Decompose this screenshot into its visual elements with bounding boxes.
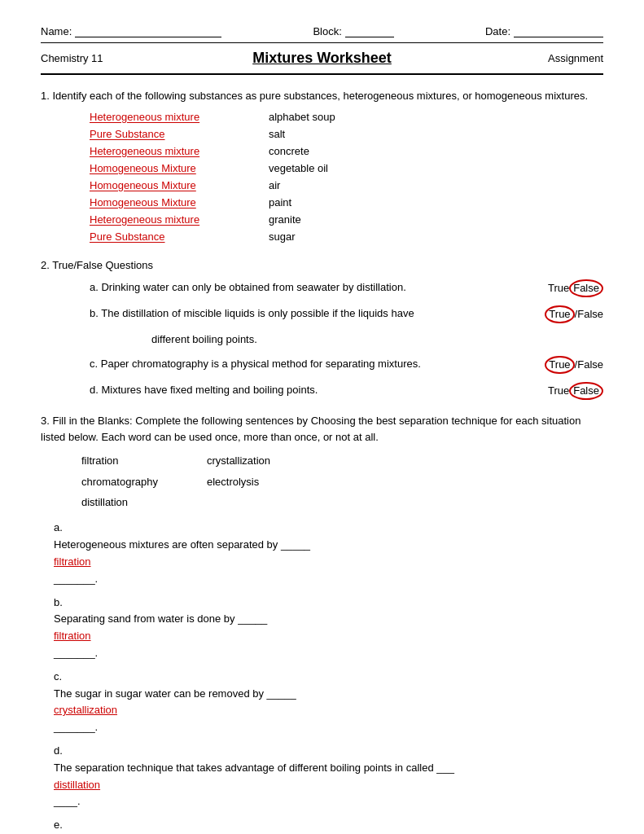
circled-false-d: False: [569, 382, 603, 400]
answer-row-6: Heterogeneous mixture granite: [90, 213, 603, 226]
date-label: Date:: [485, 25, 510, 37]
circled-false-a: False: [569, 279, 603, 297]
date-underline: [514, 24, 603, 37]
tf-question-b: b. The distillation of miscible liquids …: [90, 305, 522, 322]
tf-question-d: d. Mixtures have fixed melting and boili…: [90, 382, 522, 398]
name-underline: [75, 24, 221, 37]
section1-answers: Heterogeneous mixture alphabet soup Pure…: [90, 111, 603, 244]
section2-title: 2. True/False Questions: [41, 257, 603, 274]
tf-row-c: c. Paper chromatography is a physical me…: [90, 356, 603, 374]
fill-before-c: The sugar in sugar water can be removed …: [54, 686, 603, 703]
answer-row-7: Pure Substance sugar: [90, 230, 603, 243]
tf-row-a: a. Drinking water can only be obtained f…: [90, 279, 603, 297]
fill-letter-a: a.: [54, 520, 603, 537]
section-1: 1. Identify each of the following substa…: [41, 88, 603, 244]
fill-letter-b: b.: [54, 595, 603, 612]
fill-after-d: ____.: [54, 793, 603, 810]
word-col-1: filtration chromatography distillation: [81, 451, 158, 511]
substance-7: sugar: [269, 230, 296, 243]
section-3: 3. Fill in the Blanks: Complete the foll…: [41, 413, 603, 834]
answer-row-3: Homogeneous Mixture vegetable oil: [90, 162, 603, 174]
fill-after-b: _______.: [54, 645, 603, 662]
fill-answer-c: crystallization: [54, 702, 603, 719]
fill-answer-a: filtration: [54, 554, 603, 571]
tf-answer-a: TrueFalse: [522, 279, 603, 297]
word-chromatography: chromatography: [81, 472, 158, 491]
answer-3: Homogeneous Mixture: [90, 162, 252, 174]
answer-7: Pure Substance: [90, 230, 252, 243]
name-label: Name:: [41, 25, 72, 37]
block-underline: [345, 24, 394, 37]
fill-blank-b: b. Separating sand from water is done by…: [54, 595, 603, 662]
fill-blank-e: e. Removing chlorophyll pigment from lea…: [54, 817, 603, 834]
substance-5: paint: [269, 196, 291, 208]
tf-question-c: c. Paper chromatography is a physical me…: [90, 356, 522, 372]
name-field-group: Name:: [41, 24, 221, 37]
tf-row-c-inner: c. Paper chromatography is a physical me…: [90, 356, 603, 374]
fill-blank-a: a. Heterogeneous mixtures are often sepa…: [54, 520, 603, 587]
substance-4: air: [269, 179, 280, 191]
fill-answer-b: filtration: [54, 628, 603, 645]
fill-blank-c: c. The sugar in sugar water can be remov…: [54, 669, 603, 736]
section-2: 2. True/False Questions a. Drinking wate…: [41, 257, 603, 401]
fill-before-a: Heterogeneous mixtures are often separat…: [54, 537, 603, 554]
tf-row-b: b. The distillation of miscible liquids …: [90, 305, 603, 348]
header-divider-bottom: [41, 73, 603, 75]
tf-row-d-inner: d. Mixtures have fixed melting and boili…: [90, 382, 603, 400]
tf-question-a: a. Drinking water can only be obtained f…: [90, 279, 522, 296]
header-divider-top: [41, 42, 603, 43]
fill-blank-d: d. The separation technique that takes a…: [54, 743, 603, 810]
chem-class-label: Chemistry 11: [41, 52, 114, 64]
fill-after-c: _______.: [54, 719, 603, 736]
tf-answer-c: True/False: [522, 356, 603, 374]
fill-after-a: _______.: [54, 571, 603, 588]
substance-2: concrete: [269, 145, 309, 157]
answer-5: Homogeneous Mixture: [90, 196, 252, 208]
circled-true-b: True: [545, 305, 574, 323]
answer-row-2: Heterogeneous mixture concrete: [90, 145, 603, 157]
title-row: Chemistry 11 Mixtures Worksheet Assignme…: [41, 46, 603, 70]
answer-4: Homogeneous Mixture: [90, 179, 252, 191]
tf-row-d: d. Mixtures have fixed melting and boili…: [90, 382, 603, 400]
section3-instruction: 3. Fill in the Blanks: Complete the foll…: [41, 413, 603, 445]
answer-row-4: Homogeneous Mixture air: [90, 179, 603, 191]
worksheet-title: Mixtures Worksheet: [114, 50, 530, 67]
fill-before-d: The separation technique that takes adva…: [54, 760, 603, 777]
answer-2: Heterogeneous mixture: [90, 145, 252, 157]
word-filtration: filtration: [81, 451, 158, 470]
fill-before-b: Separating sand from water is done by __…: [54, 611, 603, 628]
answer-row-5: Homogeneous Mixture paint: [90, 196, 603, 208]
word-crystallization: crystallization: [207, 451, 270, 470]
tf-answer-d: TrueFalse: [522, 382, 603, 400]
fill-answer-d: distillation: [54, 777, 603, 794]
block-label: Block:: [313, 25, 341, 37]
fill-letter-d: d.: [54, 743, 603, 760]
tf-row-a-inner: a. Drinking water can only be obtained f…: [90, 279, 603, 297]
tf-answer-b: True/False: [522, 305, 603, 323]
answer-6: Heterogeneous mixture: [90, 213, 252, 226]
tf-row-b-inner: b. The distillation of miscible liquids …: [90, 305, 603, 323]
block-field-group: Block:: [313, 24, 393, 37]
tf-b-continued: different boiling points.: [151, 331, 603, 348]
substance-3: vegetable oil: [269, 162, 328, 174]
word-bank: filtration chromatography distillation c…: [81, 451, 603, 511]
answer-1: Pure Substance: [90, 128, 252, 140]
assignment-label: Assignment: [530, 52, 603, 64]
substance-1: salt: [269, 128, 285, 140]
word-col-2: crystallization electrolysis: [207, 451, 270, 511]
section1-instruction: 1. Identify each of the following substa…: [41, 88, 603, 104]
answer-0: Heterogeneous mixture: [90, 111, 252, 123]
word-distillation: distillation: [81, 493, 158, 511]
fill-letter-e: e.: [54, 817, 603, 834]
fill-letter-c: c.: [54, 669, 603, 686]
date-field-group: Date:: [485, 24, 603, 37]
circled-true-c: True: [545, 356, 574, 374]
answer-row-1: Pure Substance salt: [90, 128, 603, 140]
substance-0: alphabet soup: [269, 111, 335, 123]
header-top: Name: Block: Date:: [41, 24, 603, 37]
answer-row-0: Heterogeneous mixture alphabet soup: [90, 111, 603, 123]
word-electrolysis: electrolysis: [207, 472, 270, 491]
substance-6: granite: [269, 213, 301, 226]
